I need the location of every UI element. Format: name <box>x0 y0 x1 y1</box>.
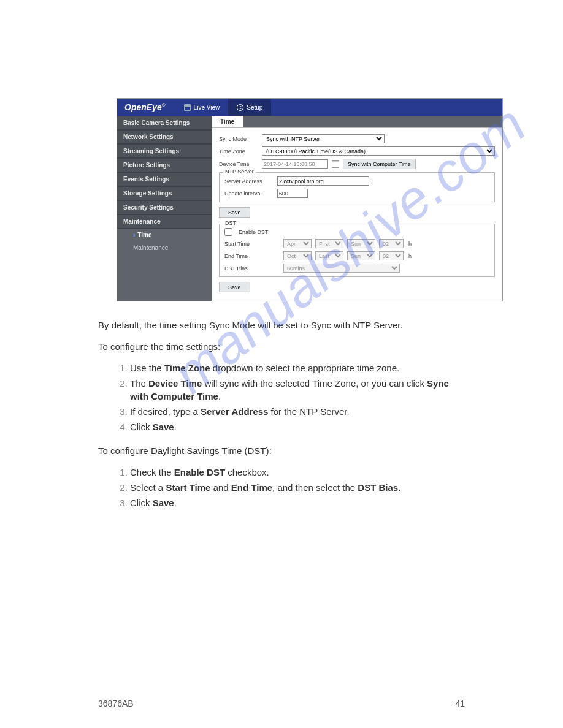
input-device-time[interactable] <box>262 159 328 169</box>
checkbox-enable-dst[interactable] <box>224 228 232 236</box>
sidebar-subitem-maintenance[interactable]: Maintenance <box>117 241 212 254</box>
tab-row: Time <box>212 116 502 128</box>
step-3: If desired, type a Server Address for th… <box>130 405 465 418</box>
start-h-suffix: h <box>408 241 412 247</box>
select-sync-mode[interactable]: Sync with NTP Server <box>262 134 385 143</box>
steps-dst: Check the Enable DST checkbox. Select a … <box>98 466 465 509</box>
tab-time[interactable]: Time <box>212 116 243 127</box>
sidebar-item-storage[interactable]: Storage Settings <box>117 186 212 200</box>
label-device-time: Device Time <box>219 161 258 167</box>
input-server-address[interactable] <box>277 176 369 186</box>
select-time-zone[interactable]: (UTC-08:00) Pacific Time(US & Canada) <box>262 146 495 156</box>
label-server-address: Server Address <box>224 178 274 184</box>
step-5: Check the Enable DST checkbox. <box>130 466 465 479</box>
step-4: Click Save. <box>130 420 465 433</box>
step-2: The Device Time will sync with the selec… <box>130 377 465 403</box>
intro-p2: To configure the time settings: <box>98 340 465 353</box>
nav-live-view[interactable]: Live View <box>175 99 229 116</box>
body-text: By default, the time setting Sync Mode w… <box>98 319 465 509</box>
brand-logo: OpenEye® <box>117 102 175 112</box>
select-end-hour[interactable]: 02 <box>379 251 404 260</box>
monitor-icon <box>184 104 191 111</box>
nav-setup[interactable]: Setup <box>228 99 271 116</box>
sync-computer-button[interactable]: Sync with Computer Time <box>343 159 416 169</box>
ntp-fieldset: NTP Server Server Address Update interva… <box>219 172 495 202</box>
intro-p1: By default, the time setting Sync Mode w… <box>98 319 465 332</box>
page-footer: 36876AB 41 <box>98 699 465 708</box>
settings-sidebar: Basic Camera Settings Network Settings S… <box>117 116 212 301</box>
label-update-interval: Update interva... <box>224 191 274 197</box>
sidebar-item-basic-camera[interactable]: Basic Camera Settings <box>117 116 212 130</box>
label-end-time: End Time <box>224 253 280 259</box>
top-bar: OpenEye® Live View Setup <box>117 99 502 116</box>
screenshot-app: OpenEye® Live View Setup Basic Camera Se… <box>117 98 503 301</box>
label-enable-dst: Enable DST <box>239 229 269 235</box>
sidebar-subitem-time[interactable]: ›Time <box>117 229 212 241</box>
step-1: Use the Time Zone dropdown to select the… <box>130 362 465 374</box>
sidebar-item-security[interactable]: Security Settings <box>117 200 212 214</box>
calendar-icon[interactable] <box>332 160 339 168</box>
end-h-suffix: h <box>408 253 412 259</box>
doc-id: 36876AB <box>98 699 134 708</box>
dst-legend: DST <box>223 220 238 226</box>
input-update-interval[interactable] <box>277 189 308 198</box>
select-start-day[interactable]: Sun <box>347 239 375 248</box>
label-sync-mode: Sync Mode <box>219 136 258 142</box>
select-end-month[interactable]: Oct <box>283 251 312 260</box>
ntp-legend: NTP Server <box>223 169 256 175</box>
sidebar-item-maintenance[interactable]: Maintenance <box>117 214 212 229</box>
dst-fieldset: DST Enable DST Start Time Apr First Sun … <box>219 224 495 277</box>
save-button-2[interactable]: Save <box>219 282 250 292</box>
sidebar-item-streaming[interactable]: Streaming Settings <box>117 144 212 158</box>
sidebar-item-picture[interactable]: Picture Settings <box>117 158 212 172</box>
select-start-hour[interactable]: 02 <box>379 239 404 248</box>
sidebar-item-network[interactable]: Network Settings <box>117 130 212 144</box>
select-dst-bias[interactable]: 60mins <box>283 264 400 273</box>
save-button-1[interactable]: Save <box>219 207 250 218</box>
step-7: Click Save. <box>130 496 465 509</box>
label-time-zone: Time Zone <box>219 148 258 154</box>
label-dst-bias: DST Bias <box>224 265 280 271</box>
steps-time: Use the Time Zone dropdown to select the… <box>98 362 465 433</box>
select-end-week[interactable]: Last <box>315 251 343 260</box>
sidebar-item-events[interactable]: Events Settings <box>117 172 212 186</box>
select-start-month[interactable]: Apr <box>283 239 312 248</box>
page-number: 41 <box>455 699 465 708</box>
select-end-day[interactable]: Sun <box>347 251 375 260</box>
step-6: Select a Start Time and End Time, and th… <box>130 481 465 494</box>
gear-icon <box>237 104 243 111</box>
label-start-time: Start Time <box>224 241 280 247</box>
intro-p3: To configure Daylight Savings Time (DST)… <box>98 444 465 457</box>
select-start-week[interactable]: First <box>315 239 343 248</box>
